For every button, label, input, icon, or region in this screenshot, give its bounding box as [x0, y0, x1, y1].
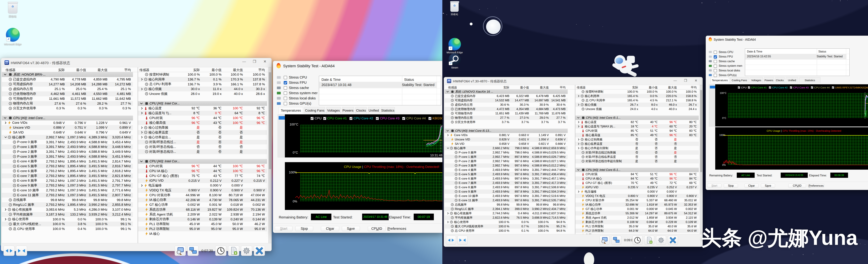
hwinfo-right-row: 封装/环形总线过热降频否否是 [575, 150, 699, 155]
aida-right-tab-clocks[interactable]: Clocks [775, 77, 785, 83]
aida-left-checkbox-stress-cache[interactable] [284, 86, 287, 90]
hwinfo-right-maximize-button[interactable]: ❒ [680, 79, 691, 84]
hwinfo-left-cell: 100.0 % [82, 217, 107, 222]
aida-left-tab-statistics[interactable]: Statistics [381, 107, 395, 114]
hwinfo-left-close-sensors-button[interactable] [254, 246, 265, 256]
aida-right-checkbox-stress-system-memory[interactable] [714, 64, 717, 68]
aida-left-button-start[interactable]: Start [275, 226, 292, 231]
aida-left-checkbox-stress-cpu[interactable] [284, 76, 287, 79]
aida-left-device-icon-2 [277, 87, 281, 89]
hwinfo-left-cell [240, 135, 265, 140]
aida-left-flame-icon [276, 63, 281, 68]
hwinfo-left-cell: 11,642 MB [105, 96, 131, 101]
aida-right-tab-powers[interactable]: Powers [764, 77, 774, 83]
hwinfo-left-cell: 0.227 V [218, 178, 243, 183]
aida-left-tab-voltages[interactable]: Voltages [327, 107, 341, 114]
hwinfo-left-cell [240, 101, 265, 106]
hwinfo-right-scrollbar-thumb[interactable] [700, 90, 702, 172]
hwinfo-right-cell: 3.7 % [540, 120, 566, 124]
aida-left-button-preferences[interactable]: Preferences [388, 226, 406, 231]
aida-left-button-clear[interactable]: Clear [321, 226, 339, 231]
aida-right-checkbox-stress-gpu-s-[interactable] [714, 74, 717, 77]
aida-right-tab-cooling-fans[interactable]: Cooling Fans [730, 77, 749, 83]
aida-left-button-cpuid[interactable]: CPUID [368, 226, 385, 231]
hwinfo-right-close-button[interactable]: ✕ [691, 79, 701, 84]
aida-right-button-save[interactable]: Save [761, 184, 775, 188]
hwinfo-left-settings-button[interactable] [241, 246, 252, 256]
hwinfo-right-clock-button[interactable] [632, 236, 643, 245]
hwinfo-right-settings-button[interactable] [656, 236, 666, 245]
hwinfo-right-logging-button[interactable] [599, 236, 610, 245]
desktop-icon-recycle-bin-right[interactable]: ♻回收站 [446, 1, 463, 19]
recycle-bin-icon: ♻ [8, 3, 18, 13]
aida-right-button-clear[interactable]: Clear [744, 184, 758, 188]
hwinfo-left-row: 分页文件使用率0.3 %0.3 %0.3 %0.3 % [2, 106, 133, 111]
star [443, 13, 444, 14]
hwinfo-left-collapse-button[interactable] [16, 246, 27, 256]
hwinfo-left-close-button[interactable]: ✕ [260, 59, 270, 65]
aida-right: System Stability Test - AIDA64—Stress CP… [706, 36, 868, 190]
aida-left-tab-powers[interactable]: Powers [342, 107, 354, 114]
aida-left-tab-temperatures[interactable]: Temperatures [279, 107, 303, 114]
hwinfo-left-cell: 100.0 % [240, 72, 265, 77]
hwinfo-right-row: CPU GT 核心 (图形)70 ℃49 ℃72 ℃69 ℃ [575, 181, 699, 185]
aida-right-checkbox-stress-local-disks[interactable] [714, 69, 717, 72]
aida-left-checkbox-stress-gpu-s-[interactable] [284, 102, 287, 105]
aida-left-button-save[interactable]: Save [342, 226, 360, 231]
hwinfo-left-scrollbar[interactable] [268, 67, 271, 243]
hwinfo-left-logging-button[interactable] [175, 246, 186, 256]
hwinfo-right-close-sensors-button[interactable] [668, 236, 678, 245]
hwinfo-left-cell: 44.0 x [218, 87, 243, 91]
hwinfo-right-row: 核心温度与 TjMAX 的...18 ℃4 ℃60 ℃20 ℃ [575, 124, 699, 128]
aida-right-log-row[interactable]: 2023/4/16 15:42:55Stability Test: Starte… [745, 54, 846, 59]
aida-right-button-start[interactable]: Start [707, 184, 721, 188]
hwinfo-left-maximize-button[interactable]: ❒ [249, 59, 260, 65]
aida-right-button-preferences[interactable]: Preferences [808, 184, 824, 188]
hwinfo-right-collapse-button[interactable] [458, 236, 467, 245]
hwinfo-left-expand-button[interactable] [3, 246, 14, 256]
aida-right-tab-statistics[interactable]: Statistics [799, 77, 820, 83]
aida-left-tab-cooling-fans[interactable]: Cooling Fans [305, 107, 325, 114]
hwinfo-right-row: 核心过热降频否否是 [575, 137, 699, 142]
aida-right-button-cpuid[interactable]: CPUID [788, 184, 806, 188]
hwinfo-left-log-button[interactable] [228, 246, 239, 256]
aida-right-checkbox-stress-fpu[interactable] [714, 55, 717, 59]
hwinfo-right-remote-button[interactable] [611, 236, 621, 245]
hwinfo-right-scrollbar[interactable] [700, 85, 702, 234]
aida-right-checkbox-stress-cache[interactable] [714, 60, 717, 63]
hwinfo-right-expand-button[interactable] [446, 236, 456, 245]
hwinfo-left-cell: 74 ℃ [240, 173, 265, 178]
hwinfo-left-scrollbar-thumb[interactable] [269, 72, 271, 169]
aida-left-button-stop[interactable]: Stop [295, 226, 313, 231]
hwinfo-right-minimize-button[interactable]: — [670, 79, 680, 84]
aida-right-button-stop[interactable]: Stop [724, 184, 738, 188]
hwinfo-left-row: 核心温度与 Tj...8 ℃0 ℃64 ℃8 ℃ [138, 111, 267, 116]
hwinfo-left-cell: 3,449.9 MHz [105, 149, 131, 154]
aida-left-tab-unified[interactable]: Unified [368, 107, 379, 114]
hwinfo-left-cell: 14,288 MB [82, 82, 107, 87]
desktop-icon-edge[interactable]: ↗Microsoft Edge [2, 28, 23, 52]
aida-left-tab-clocks[interactable]: Clocks [355, 107, 367, 114]
aida-right-tab-voltages[interactable]: Voltages [750, 77, 763, 83]
hwinfo-left-cell: 46.2 W [240, 222, 265, 227]
aida-right-tab-temperatures[interactable]: Temperatures [711, 77, 729, 83]
aida-left-log-row[interactable]: 2023/4/17 10:31:48Stability Test: Starte… [319, 82, 437, 88]
aida-right-tab-unified[interactable]: Unified [786, 77, 798, 83]
hwinfo-left-cell: 137.8 % [240, 77, 265, 82]
hwinfo-left-remote-button[interactable] [187, 246, 198, 256]
hwinfo-left-row: 最大 CPU/线程使...100.0 %3.8 %100.0 %99.1 % [2, 222, 133, 227]
hwinfo-left-clock-button[interactable] [215, 246, 226, 256]
hwinfo-left-cell: 137.8 % [240, 82, 265, 87]
hwinfo-left-minimize-button[interactable]: — [239, 59, 249, 65]
desktop-icon-label: Steam [445, 66, 464, 69]
aida-left-checkbox-stress-system-memory[interactable] [284, 91, 287, 95]
hwinfo-left-row: 总 CPU 利用率136.7 %3.9 %166.1 %137.8 % [138, 82, 267, 87]
desktop-icon-steam[interactable]: ↗Steam [445, 53, 464, 72]
aida-left-checkbox-stress-local-disks[interactable] [284, 97, 287, 100]
aida-right-checkbox-stress-cpu[interactable] [714, 51, 717, 54]
hwinfo-left-cell: 0.796 V [82, 130, 107, 135]
desktop-icon-recycle-bin[interactable]: ♻回收站 [3, 2, 22, 21]
aida-left-temp-graph: CPUCPU Core #1CPU Core #2CPU Core #3CPU … [285, 114, 442, 157]
aida-left-checkbox-stress-fpu[interactable] [284, 81, 287, 85]
hwinfo-right-log-button[interactable] [644, 236, 654, 245]
